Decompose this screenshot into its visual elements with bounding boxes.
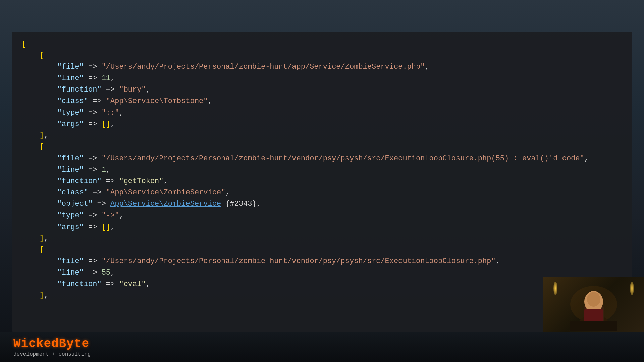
line-class-1: "class" => "App\Service\Tombstone",	[22, 96, 622, 107]
line-linenum-3: "line" => 55,	[22, 267, 622, 279]
logo-title: WickedByte	[13, 337, 91, 351]
line-function-3: "function" => "eval",	[22, 279, 622, 290]
line-args-1: "args" => [],	[22, 119, 622, 130]
line-linenum-1: "line" => 11,	[22, 73, 622, 84]
webcam-inner	[543, 277, 644, 332]
line-file-2: "file" => "/Users/andy/Projects/Personal…	[22, 153, 622, 164]
line-block1-open: [	[22, 50, 622, 61]
line-type-1: "type" => "::",	[22, 107, 622, 119]
line-class-2: "class" => "App\Service\ZombieService",	[22, 187, 622, 198]
line-type-2: "type" => "->",	[22, 210, 622, 221]
code-content: [ [ "file" => "/Users/andy/Projects/Pers…	[22, 39, 622, 301]
light-left	[553, 282, 557, 295]
svg-point-5	[587, 292, 600, 307]
line-file-1: "file" => "/Users/andy/Projects/Personal…	[22, 61, 622, 73]
logo-subtitle: development + consulting	[13, 351, 91, 357]
line-function-2: "function" => "getToken",	[22, 176, 622, 187]
person-silhouette	[564, 278, 624, 331]
line-function-1: "function" => "bury",	[22, 84, 622, 96]
line-block1-close: ],	[22, 130, 622, 141]
line-file-3: "file" => "/Users/andy/Projects/Personal…	[22, 256, 622, 267]
svg-rect-6	[570, 321, 617, 331]
line-bracket-open: [	[22, 39, 622, 50]
bottom-bar: WickedByte development + consulting	[0, 332, 644, 362]
code-panel: [ [ "file" => "/Users/andy/Projects/Pers…	[12, 32, 632, 332]
line-args-2: "args" => [],	[22, 222, 622, 233]
line-block3-open: [	[22, 244, 622, 256]
line-object-2: "object" => App\Service\ZombieService {#…	[22, 198, 622, 210]
line-block2-open: [	[22, 141, 622, 153]
line-block2-close: ],	[22, 233, 622, 244]
webcam-overlay	[543, 277, 644, 332]
logo-container: WickedByte development + consulting	[13, 337, 91, 357]
line-linenum-2: "line" => 1,	[22, 164, 622, 176]
line-block3-close: ],	[22, 290, 622, 301]
light-right	[630, 282, 634, 295]
